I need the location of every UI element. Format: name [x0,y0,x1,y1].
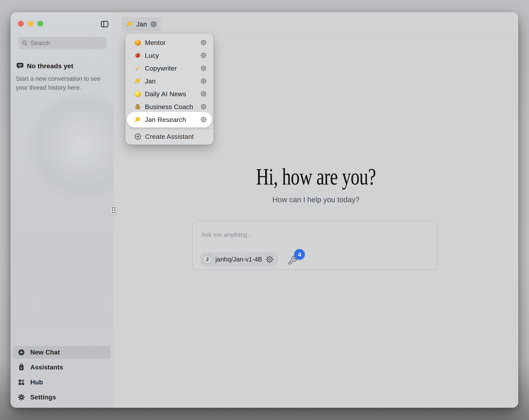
menu-item-label: Copywriter [145,65,197,72]
assistant-selector-button[interactable]: Jan [121,17,161,31]
menu-item-jan-research[interactable]: Jan Research [127,113,212,126]
red-apple-icon [134,52,141,59]
sidebar: No threads yet Start a new conversation … [11,12,113,408]
pencil-icon [134,65,141,72]
gear-icon[interactable] [200,116,207,123]
yellow-circle-icon [134,90,141,98]
menu-item-label: Jan Research [145,116,197,123]
gear-icon[interactable] [200,78,207,84]
gear-icon[interactable] [200,52,207,59]
menu-item-label: Mentor [145,39,197,46]
sidebar-item-hub[interactable]: Hub [13,376,110,389]
model-selector-button[interactable]: J janhq/Jan-v1-4B [200,252,278,266]
circle-plus-icon [17,348,25,356]
menu-item-mentor[interactable]: Mentor [127,36,212,49]
svg-text:$: $ [137,106,139,109]
main-header: Jan [114,12,518,34]
threads-empty-state: No threads yet Start a new conversation … [16,62,107,92]
sidebar-item-assistants[interactable]: Assistants [13,361,110,374]
robot-icon [17,363,25,371]
gear-icon[interactable] [200,91,207,97]
circle-plus-outline-icon [134,133,142,140]
gear-icon[interactable] [265,255,274,263]
sidebar-item-label: Assistants [30,364,63,371]
zoom-window-button[interactable] [37,21,43,27]
empty-state-description: Start a new conversation to see your thr… [16,74,107,92]
gear-icon[interactable] [200,65,207,72]
menu-item-copywriter[interactable]: Copywriter [127,62,212,75]
sidebar-bottom-nav: New Chat Assistants [13,346,110,406]
grid-plus-icon [17,378,25,386]
assistant-selector-label: Jan [136,20,147,28]
chat-bubble-icon [16,62,24,70]
waving-hand-icon [126,20,133,28]
greeting-title: Hi, how are you? [256,164,376,189]
chat-composer[interactable]: J janhq/Jan-v1-4B 4 [192,221,437,270]
menu-item-business-coach[interactable]: $ Business Coach [127,100,212,113]
create-assistant-label: Create Assistant [145,133,208,140]
greeting-block: Hi, how are you? How can I help you toda… [114,164,518,204]
sidebar-item-new-chat[interactable]: New Chat [13,346,110,359]
menu-item-label: Daily AI News [145,90,197,98]
gear-icon[interactable] [200,39,207,46]
sidebar-item-label: Hub [30,379,43,386]
greeting-subtitle: How can I help you today? [114,196,518,204]
menu-item-label: Business Coach [145,103,197,111]
create-assistant-button[interactable]: Create Assistant [125,129,213,144]
sidebar-item-label: Settings [30,393,56,401]
money-bag-icon: $ [134,103,141,110]
minimize-window-button[interactable] [28,21,33,27]
sidebar-toggle-icon[interactable] [100,20,109,28]
sidebar-item-settings[interactable]: Settings [13,391,110,404]
menu-item-lucy[interactable]: Lucy [127,49,212,62]
model-avatar: J [203,255,212,264]
window-controls [18,21,43,27]
waving-hand-icon [134,116,141,123]
sidebar-item-label: New Chat [30,349,60,356]
model-name: janhq/Jan-v1-4B [215,256,262,263]
search-input[interactable] [30,40,112,47]
close-window-button[interactable] [18,21,24,27]
orange-circle-icon [134,39,141,46]
menu-item-label: Lucy [145,52,197,59]
search-icon [21,40,28,46]
tools-count-badge: 4 [294,249,305,260]
menu-item-jan[interactable]: Jan [127,75,212,87]
sidebar-resize-handle[interactable] [110,205,117,215]
gear-icon[interactable] [200,103,207,110]
jan-app-window: No threads yet Start a new conversation … [11,12,518,408]
search-box[interactable] [18,37,106,49]
gear-icon[interactable] [150,21,157,27]
empty-state-title: No threads yet [27,62,73,70]
chat-input[interactable] [201,229,428,241]
menu-item-label: Jan [145,77,197,85]
menu-item-daily-ai-news[interactable]: Daily AI News [127,87,212,100]
assistant-dropdown-menu: Mentor Lucy [125,33,213,145]
waving-hand-icon [134,78,141,85]
gear-icon [17,393,25,401]
desktop-background: No threads yet Start a new conversation … [0,0,529,420]
